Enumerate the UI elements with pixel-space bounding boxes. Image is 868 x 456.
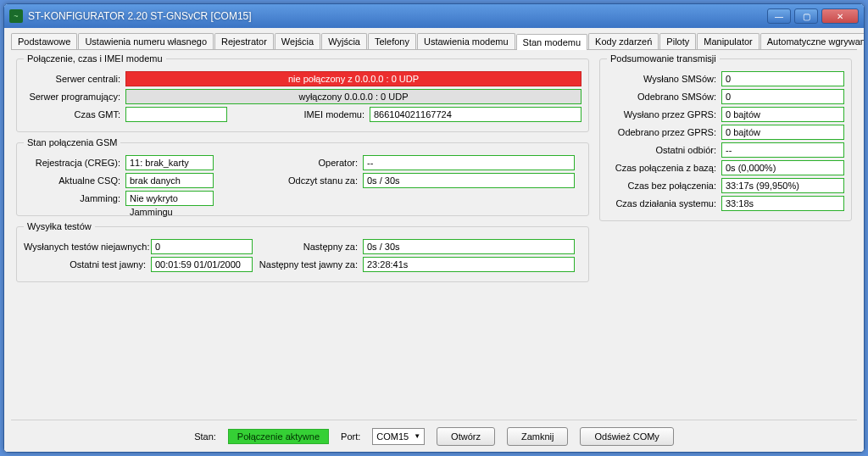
lbl-recv-sms: Odebrano SMSów: bbox=[607, 92, 721, 102]
val-jamming: Nie wykryto Jammingu bbox=[125, 191, 214, 206]
refresh-com-button[interactable]: Odśwież COMy bbox=[580, 427, 673, 446]
val-imei: 866104021167724 bbox=[370, 107, 581, 122]
val-serwer-prog: wyłączony 0.0.0.0 : 0 UDP bbox=[125, 89, 581, 104]
legend-gsm: Stan połączenia GSM bbox=[24, 137, 120, 147]
val-csq: brak danych bbox=[125, 173, 214, 188]
lbl-serwer-prog: Serwer programujący: bbox=[24, 92, 125, 102]
tab-podstawowe[interactable]: Podstawowe bbox=[11, 33, 77, 49]
app-icon: ~ bbox=[9, 9, 23, 23]
footer-bar: Stan: Połączenie aktywne Port: COM15 ▼ O… bbox=[11, 420, 857, 448]
group-summary: Podsumowanie transmisji Wysłano SMSów:0 … bbox=[599, 53, 852, 221]
lbl-last-recv: Ostatni odbiór: bbox=[607, 145, 721, 155]
val-recv-sms: 0 bbox=[721, 89, 844, 104]
lbl-sent-sms: Wysłano SMSów: bbox=[607, 74, 721, 84]
lbl-csq: Aktualne CSQ: bbox=[24, 175, 125, 186]
lbl-imei: IMEI modemu: bbox=[227, 109, 370, 120]
lbl-next-jawny: Następny test jawny za: bbox=[253, 259, 363, 270]
tab-piloty[interactable]: Piloty bbox=[659, 33, 696, 49]
maximize-button[interactable]: ▢ bbox=[794, 8, 818, 24]
val-serwer-centrali: nie połączony z 0.0.0.0 : 0 UDP bbox=[125, 71, 581, 86]
val-creg: 11: brak_karty bbox=[125, 155, 214, 170]
tab-stan-modemu[interactable]: Stan modemu bbox=[516, 34, 587, 50]
val-uptime: 33:18s bbox=[721, 196, 844, 211]
combo-port[interactable]: COM15 ▼ bbox=[372, 428, 425, 445]
lbl-port: Port: bbox=[341, 431, 360, 442]
tab-wejscia[interactable]: Wejścia bbox=[275, 33, 320, 49]
tab-telefony[interactable]: Telefony bbox=[368, 33, 416, 49]
lbl-next: Następny za: bbox=[253, 242, 363, 252]
val-sent-gprs: 0 bajtów bbox=[721, 107, 844, 122]
tab-rejestrator[interactable]: Rejestrator bbox=[214, 33, 274, 49]
lbl-serwer-centrali: Serwer centrali: bbox=[24, 74, 125, 84]
val-czas-gmt bbox=[125, 107, 227, 122]
val-sent-sms: 0 bbox=[721, 71, 844, 86]
lbl-stan: Stan: bbox=[194, 431, 216, 442]
client-area: Podstawowe Ustawienia numeru własnego Re… bbox=[4, 28, 864, 452]
tab-wyjscia[interactable]: Wyjścia bbox=[321, 33, 367, 49]
tab-ustawienia-modemu[interactable]: Ustawienia modemu bbox=[417, 33, 515, 49]
tab-ustawienia-numeru[interactable]: Ustawienia numeru własnego bbox=[78, 33, 214, 49]
lbl-creg: Rejestracja (CREG): bbox=[24, 158, 125, 168]
group-gsm: Stan połączenia GSM Rejestracja (CREG): … bbox=[16, 137, 589, 216]
group-connection: Połączenie, czas i IMEI modemu Serwer ce… bbox=[16, 53, 589, 132]
lbl-operator: Operator: bbox=[214, 158, 363, 168]
tab-content: Połączenie, czas i IMEI modemu Serwer ce… bbox=[11, 50, 857, 420]
val-next: 0s / 30s bbox=[363, 239, 575, 254]
val-stan: Połączenie aktywne bbox=[228, 429, 329, 444]
tab-auto-wgrywanie[interactable]: Automatyczne wgrywanie ustawień bbox=[760, 33, 865, 49]
close-button[interactable]: ✕ bbox=[821, 8, 859, 24]
lbl-no-conn: Czas bez połączenia: bbox=[607, 181, 721, 191]
val-operator: -- bbox=[363, 155, 575, 170]
titlebar: ~ ST-KONFIGURATOR 2.20 ST-GNSvCR [COM15]… bbox=[4, 4, 864, 28]
lbl-jamming: Jamming: bbox=[24, 193, 125, 203]
val-next-jawny: 23:28:41s bbox=[363, 257, 575, 272]
group-tests: Wysyłka testów Wysłanych testów niejawny… bbox=[16, 221, 589, 282]
val-sent-tests: 0 bbox=[151, 239, 253, 254]
tab-strip: Podstawowe Ustawienia numeru własnego Re… bbox=[11, 33, 857, 50]
legend-summary: Podsumowanie transmisji bbox=[607, 53, 720, 64]
lbl-sent-gprs: Wysłano przez GPRS: bbox=[607, 109, 721, 120]
legend-tests: Wysyłka testów bbox=[24, 221, 95, 231]
val-last-test: 00:01:59 01/01/2000 bbox=[151, 257, 253, 272]
combo-port-value: COM15 bbox=[376, 431, 409, 442]
val-recv-gprs: 0 bajtów bbox=[721, 125, 844, 140]
open-button[interactable]: Otwórz bbox=[437, 427, 495, 446]
val-conn-time: 0s (0,000%) bbox=[721, 160, 844, 175]
tab-kody-zdarzen[interactable]: Kody zdarzeń bbox=[588, 33, 659, 49]
tab-manipulator[interactable]: Manipulator bbox=[697, 33, 759, 49]
val-no-conn: 33:17s (99,950%) bbox=[721, 178, 844, 193]
window-title: ST-KONFIGURATOR 2.20 ST-GNSvCR [COM15] bbox=[28, 10, 767, 22]
minimize-button[interactable]: — bbox=[767, 8, 791, 24]
lbl-recv-gprs: Odebrano przez GPRS: bbox=[607, 127, 721, 137]
lbl-conn-time: Czas połączenia z bazą: bbox=[607, 163, 721, 173]
val-last-recv: -- bbox=[721, 142, 844, 158]
app-window: ~ ST-KONFIGURATOR 2.20 ST-GNSvCR [COM15]… bbox=[3, 3, 865, 453]
chevron-down-icon: ▼ bbox=[414, 432, 420, 440]
lbl-sent-tests: Wysłanych testów niejawnych: bbox=[24, 242, 151, 252]
lbl-czas-gmt: Czas GMT: bbox=[24, 109, 125, 120]
val-odczyt: 0s / 30s bbox=[363, 173, 575, 188]
lbl-last-test: Ostatni test jawny: bbox=[24, 259, 151, 270]
legend-connection: Połączenie, czas i IMEI modemu bbox=[24, 53, 166, 64]
lbl-odczyt: Odczyt stanu za: bbox=[214, 175, 363, 186]
close-port-button[interactable]: Zamknij bbox=[507, 427, 569, 446]
lbl-uptime: Czas działania systemu: bbox=[607, 198, 721, 209]
